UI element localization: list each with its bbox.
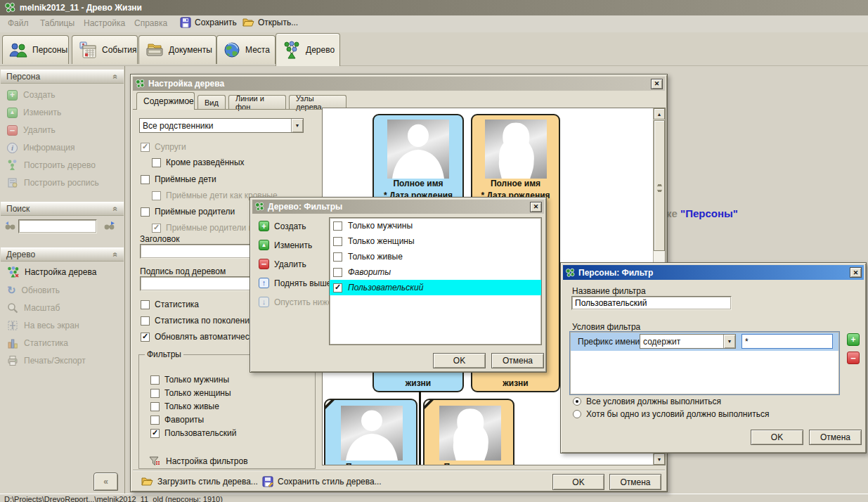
search-forward-icon[interactable] bbox=[103, 220, 116, 231]
checkbox-except-divorced[interactable]: Кроме разведённых bbox=[152, 157, 245, 167]
move-down-button[interactable]: ↓ Опустить ниже bbox=[259, 297, 332, 307]
cancel-button[interactable]: Отмена bbox=[491, 353, 544, 368]
sidebar-collapse-button[interactable]: « bbox=[93, 472, 118, 491]
remove-condition-button[interactable]: − bbox=[847, 352, 860, 364]
floppy-icon bbox=[180, 17, 191, 28]
tree-logo-icon bbox=[254, 202, 264, 212]
tree-settings-titlebar: Настройка дерева ✕ bbox=[133, 77, 665, 91]
ok-button[interactable]: OK bbox=[552, 474, 604, 490]
radio-all-conditions[interactable]: Все условия должны выполниться bbox=[573, 397, 721, 406]
left-sidebar: Персона « +Создать ▲Изменить −Удалить i … bbox=[0, 66, 125, 494]
tab-documents[interactable]: Документы bbox=[138, 35, 216, 64]
close-icon[interactable]: ✕ bbox=[530, 202, 542, 212]
section-header-person[interactable]: Персона « bbox=[1, 70, 124, 84]
section-header-search[interactable]: Поиск « bbox=[1, 202, 124, 216]
open-folder-icon bbox=[141, 476, 153, 487]
checkbox-favorites[interactable]: Фавориты bbox=[150, 415, 204, 425]
create-filter-button[interactable]: + Создать bbox=[259, 221, 306, 231]
book-icon bbox=[7, 177, 18, 188]
filter-row-only-women[interactable]: Только женщины bbox=[330, 233, 541, 249]
plus-icon: + bbox=[259, 221, 269, 231]
person-card-female-child[interactable]: Полное имя bbox=[423, 399, 514, 465]
app-logo-icon bbox=[4, 2, 15, 13]
edit-filter-button[interactable]: ▲ Изменить bbox=[259, 240, 312, 250]
sidebar-item-print-export[interactable]: Печать/Экспорт bbox=[7, 354, 86, 367]
scroll-up-icon[interactable]: ▲ bbox=[654, 108, 665, 120]
menu-settings[interactable]: Настройка bbox=[84, 18, 125, 28]
menu-file[interactable]: Файл bbox=[8, 18, 29, 28]
checkbox-auto-update[interactable]: Обновлять автоматически bbox=[141, 332, 258, 342]
checkbox-statistics[interactable]: Статистика bbox=[141, 300, 199, 309]
sidebar-item-edit[interactable]: ▲Изменить bbox=[7, 106, 61, 119]
save-style-button[interactable]: Сохранить стиль дерева... bbox=[262, 476, 382, 487]
load-style-button[interactable]: Загрузить стиль дерева... bbox=[141, 476, 258, 487]
checkbox-statistics-generations[interactable]: Статистика по поколениям bbox=[141, 316, 260, 326]
status-path: D:\Projects\DrevoReport...\melnik2012_11… bbox=[4, 495, 223, 502]
sidebar-item-zoom[interactable]: Масштаб bbox=[7, 302, 60, 314]
move-up-button[interactable]: ↑ Поднять выше bbox=[259, 278, 332, 288]
filter-name-input[interactable] bbox=[571, 296, 732, 310]
menu-tables[interactable]: Таблицы bbox=[40, 18, 75, 28]
tab-persons[interactable]: Персоны bbox=[2, 35, 69, 64]
ok-button[interactable]: OK bbox=[433, 353, 486, 368]
sidebar-item-info[interactable]: i Информация bbox=[7, 141, 75, 154]
card-bottom-label: жизни bbox=[374, 378, 462, 388]
tree-filters-titlebar: Дерево: Фильтры ✕ bbox=[252, 200, 544, 214]
cancel-button[interactable]: Отмена bbox=[809, 430, 862, 445]
condition-operator-dropdown[interactable]: содержит ▼ bbox=[640, 334, 736, 349]
cancel-button[interactable]: Отмена bbox=[609, 474, 661, 490]
filter-row-only-alive[interactable]: Только живые bbox=[330, 249, 541, 264]
menu-help[interactable]: Справка bbox=[134, 18, 167, 28]
ok-button[interactable]: OK bbox=[751, 430, 803, 445]
sidebar-item-create[interactable]: +Создать bbox=[7, 89, 56, 101]
sidebar-item-build-tree[interactable]: Построить дерево bbox=[7, 159, 96, 172]
tab-view[interactable]: Вид bbox=[197, 95, 226, 110]
persons-icon bbox=[9, 41, 27, 58]
checkbox-adoptive-parents[interactable]: Приёмные родители bbox=[141, 207, 235, 217]
checkbox-adopted-children[interactable]: Приёмные дети bbox=[141, 174, 216, 184]
checkbox-custom[interactable]: Пользовательский bbox=[150, 428, 237, 438]
info-icon: i bbox=[7, 143, 18, 153]
search-back-icon[interactable] bbox=[4, 220, 16, 231]
sidebar-item-build-rospis[interactable]: Построить роспись bbox=[7, 176, 99, 189]
sidebar-item-tree-settings[interactable]: Настройка дерева bbox=[7, 266, 96, 278]
search-input[interactable] bbox=[18, 219, 97, 233]
relatives-dropdown[interactable]: Все родственники ▼ bbox=[139, 118, 304, 133]
condition-value-input[interactable] bbox=[741, 334, 833, 349]
close-icon[interactable]: ✕ bbox=[651, 79, 663, 89]
tab-places[interactable]: Места bbox=[216, 35, 276, 64]
save-button[interactable]: Сохранить bbox=[180, 17, 237, 28]
sidebar-item-delete[interactable]: −Удалить bbox=[7, 124, 56, 136]
filter-row-custom[interactable]: Пользовательский bbox=[330, 280, 541, 295]
section-header-tree[interactable]: Дерево « bbox=[1, 247, 124, 262]
sidebar-item-fullscreen[interactable]: На весь экран bbox=[7, 319, 79, 332]
filter-settings-link[interactable]: Настройка фильтров bbox=[149, 456, 248, 467]
filter-row-only-men[interactable]: Только мужчины bbox=[330, 218, 541, 233]
sidebar-item-refresh[interactable]: ↻ Обновить bbox=[7, 284, 60, 297]
tab-content[interactable]: Содержимое bbox=[136, 92, 195, 110]
radio-any-condition[interactable]: Хотя бы одно из условий должно выполнить… bbox=[573, 409, 769, 419]
checkbox-spouses[interactable]: Супруги bbox=[141, 142, 186, 152]
scroll-down-icon[interactable]: ▼ bbox=[654, 453, 665, 465]
tab-events[interactable]: События bbox=[72, 35, 138, 64]
person-card-male-child[interactable]: Полное имя bbox=[324, 399, 417, 465]
checkbox-only-alive[interactable]: Только живые bbox=[150, 401, 219, 411]
checkbox-only-men[interactable]: Только мужчины bbox=[150, 375, 229, 385]
tab-tree[interactable]: Дерево bbox=[276, 33, 340, 66]
caption-label: Подпись под деревом bbox=[140, 266, 226, 276]
delete-filter-button[interactable]: − Удалить bbox=[259, 259, 306, 269]
fullscreen-icon bbox=[7, 320, 18, 331]
status-bar: D:\Projects\DrevoReport...\melnik2012_11… bbox=[0, 494, 868, 502]
tree-logo-icon bbox=[565, 268, 575, 278]
open-button[interactable]: Открыть... bbox=[242, 17, 298, 28]
sidebar-item-statistics[interactable]: Статистика bbox=[7, 337, 68, 349]
tab-lines-bg[interactable]: Линии и фон bbox=[228, 95, 286, 110]
add-condition-button[interactable]: + bbox=[847, 333, 860, 346]
conditions-label: Условия фильтра bbox=[572, 322, 640, 332]
checkbox-only-women[interactable]: Только женщины bbox=[150, 388, 231, 398]
scrollbar-thumb[interactable] bbox=[654, 120, 665, 251]
condition-row[interactable]: Префикс имени содержит ▼ bbox=[571, 333, 838, 351]
close-icon[interactable]: ✕ bbox=[850, 267, 862, 278]
filter-row-favorites[interactable]: Фавориты bbox=[330, 264, 541, 280]
card-name-label: Полное имя bbox=[325, 462, 416, 465]
